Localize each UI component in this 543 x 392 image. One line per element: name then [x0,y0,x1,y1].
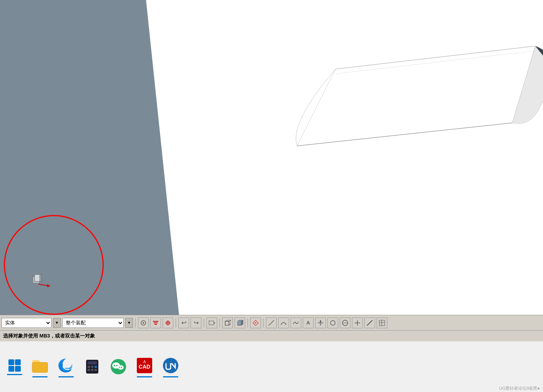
svg-rect-40 [8,359,14,365]
svg-rect-47 [88,361,97,364]
svg-rect-51 [88,369,90,371]
svg-point-56 [114,365,115,366]
svg-marker-1 [28,275,31,277]
autocad-icon: CAD A [135,356,154,375]
svg-rect-50 [95,366,97,368]
svg-rect-7 [40,275,42,281]
status-message: 选择对象并使用 MB3，或者双击某一对象 [3,332,95,339]
ug-nx-icon [161,356,180,375]
svg-point-22 [255,322,256,324]
taskbar-active-indicator-edge [58,376,74,377]
filter1-dropdown-arrow[interactable]: ▼ [53,318,61,328]
axis-button[interactable] [315,318,326,328]
cross-button[interactable] [352,318,363,328]
svg-rect-10 [153,321,158,322]
undo-button[interactable]: ↩ [178,318,189,328]
text-button[interactable]: A [303,318,314,328]
edge-icon [57,356,75,375]
svg-rect-52 [91,369,93,371]
select-rect-button[interactable] [206,318,217,328]
taskbar-active-indicator [7,374,22,375]
snap-settings-button[interactable] [138,318,149,328]
svg-rect-41 [15,359,21,365]
snap-cross-button[interactable] [163,318,173,328]
separator-3 [204,318,204,327]
taskbar-active-indicator-explorer [32,376,48,377]
solid-button[interactable] [234,318,245,328]
separator-1 [135,318,136,327]
separator-6 [263,318,264,327]
watermark: UG爱好者论坛0老黑● [499,385,540,391]
wechat-icon [109,357,128,376]
status-bar: 选择对象并使用 MB3，或者双击某一对象 [0,330,543,341]
object-type-filter[interactable]: 实体 面 边 点 体 [2,318,51,328]
taskbar-active-indicator-ug [163,376,178,377]
autocad-button[interactable]: CAD A [133,351,156,382]
svg-point-58 [118,365,124,370]
cad-3d-object [274,46,543,223]
ug-nx-button[interactable] [159,351,182,382]
edge-browser-button[interactable] [55,351,78,382]
svg-point-31 [330,321,335,325]
diagonal-line-button[interactable] [364,318,375,328]
spline-button[interactable] [291,318,301,328]
svg-rect-43 [15,366,21,372]
svg-rect-18 [225,321,229,325]
redo-button[interactable]: ↪ [191,318,201,328]
file-explorer-icon [31,356,49,375]
file-explorer-button[interactable] [28,351,51,382]
svg-text:CAD: CAD [139,364,150,370]
svg-rect-44 [32,362,48,372]
svg-marker-29 [319,320,322,322]
wechat-button[interactable] [107,351,130,382]
svg-line-4 [37,284,38,289]
svg-point-9 [143,322,144,324]
windows-start-button[interactable] [4,356,25,377]
assembly-filter[interactable]: 整个装配 工作部件 选定部件 [62,318,124,328]
arc-button[interactable] [278,318,289,328]
cad-viewport[interactable] [0,0,543,330]
circle-button[interactable] [327,318,338,328]
toolbar: 实体 面 边 点 体 ▼ 整个装配 工作部件 选定部件 ▼ [0,315,543,330]
orient-button[interactable] [250,318,261,328]
filter2-dropdown-arrow[interactable]: ▼ [125,318,133,328]
select-filter-button[interactable] [150,318,161,328]
grid-button[interactable] [377,318,387,328]
line-button[interactable] [266,318,277,328]
svg-rect-48 [88,366,90,368]
svg-rect-42 [8,366,14,372]
svg-point-57 [116,365,118,366]
taskbar: CAD A [0,341,543,392]
wireframe-button[interactable] [222,318,233,328]
separator-2 [176,318,176,327]
svg-rect-53 [95,369,97,371]
taskbar-active-indicator-cad [137,376,152,377]
separator-5 [247,318,248,327]
svg-line-36 [367,320,372,326]
svg-rect-12 [154,324,157,325]
axis-indicator [23,265,54,296]
svg-rect-16 [209,321,214,325]
svg-line-27 [269,320,274,326]
calculator-icon [83,357,101,376]
svg-point-59 [119,367,120,368]
svg-rect-49 [91,366,93,368]
svg-text:A: A [143,360,146,364]
separator-4 [219,318,220,327]
svg-point-60 [121,367,122,368]
calculator-button[interactable] [81,351,104,382]
full-circle-button[interactable] [340,318,350,328]
svg-rect-37 [379,320,385,326]
svg-rect-11 [154,323,158,323]
